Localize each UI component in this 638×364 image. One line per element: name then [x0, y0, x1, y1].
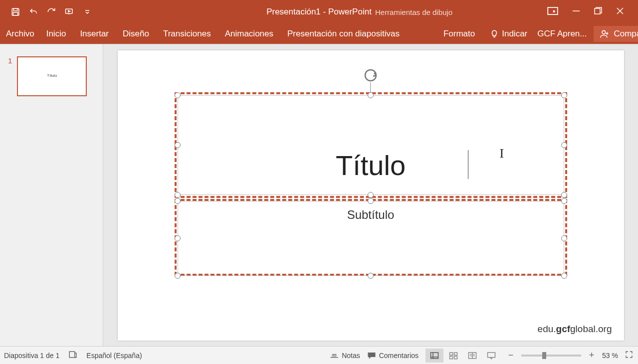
- resize-handle[interactable]: [368, 92, 374, 98]
- svg-rect-11: [454, 353, 457, 355]
- svg-rect-8: [70, 352, 75, 358]
- slide-canvas-area[interactable]: Título I Subtítulo edu.gcfglobal.org: [103, 44, 638, 346]
- svg-rect-2: [13, 12, 18, 15]
- contextual-tab-label: Herramientas de dibujo: [349, 8, 478, 16]
- undo-icon[interactable]: [29, 7, 38, 16]
- normal-view-button[interactable]: [425, 349, 443, 363]
- redo-icon[interactable]: [47, 7, 56, 16]
- share-button[interactable]: Compartir: [594, 26, 638, 42]
- resize-handle[interactable]: [175, 192, 181, 198]
- view-buttons: [425, 349, 500, 363]
- lightbulb-icon: [490, 29, 499, 38]
- tab-formato[interactable]: Formato: [431, 24, 487, 44]
- window-controls: [547, 7, 638, 17]
- qat-dropdown-icon[interactable]: [83, 7, 92, 16]
- workspace: 1 Título: [0, 44, 638, 346]
- svg-rect-15: [488, 353, 495, 358]
- text-cursor: [468, 150, 468, 179]
- svg-rect-10: [450, 353, 453, 355]
- tab-transiciones[interactable]: Transiciones: [157, 24, 217, 44]
- svg-rect-1: [13, 8, 17, 11]
- reading-view-button[interactable]: [463, 349, 481, 363]
- title-bar: Presentación1 - PowerPoint Herramientas …: [0, 0, 638, 24]
- comments-label: Comentarios: [379, 352, 419, 360]
- account-name[interactable]: GCF Apren...: [532, 29, 592, 39]
- resize-handle[interactable]: [175, 273, 181, 279]
- resize-handle[interactable]: [368, 273, 374, 279]
- svg-rect-12: [450, 356, 453, 359]
- svg-rect-9: [431, 353, 438, 359]
- resize-handle[interactable]: [368, 198, 374, 204]
- tab-animaciones[interactable]: Animaciones: [219, 24, 279, 44]
- notes-button[interactable]: Notas: [330, 352, 360, 360]
- zoom-in-button[interactable]: +: [588, 350, 595, 361]
- share-label: Compartir: [614, 29, 638, 39]
- subtitle-text[interactable]: Subtítulo: [178, 208, 564, 222]
- tab-inicio[interactable]: Inicio: [40, 24, 72, 44]
- watermark: edu.gcfglobal.org: [538, 324, 612, 335]
- comments-icon: [367, 352, 376, 360]
- window-title: Presentación1 - PowerPoint: [0, 7, 638, 17]
- tell-me-label: Indicar: [502, 29, 527, 39]
- fit-to-window-button[interactable]: [625, 351, 633, 360]
- resize-handle[interactable]: [561, 192, 567, 198]
- slide[interactable]: Título I Subtítulo edu.gcfglobal.org: [118, 50, 624, 341]
- slide-sorter-view-button[interactable]: [444, 349, 462, 363]
- status-bar: Diapositiva 1 de 1 Español (España) Nota…: [0, 346, 638, 364]
- close-icon[interactable]: [616, 7, 624, 17]
- maximize-icon[interactable]: [594, 7, 602, 17]
- zoom-slider[interactable]: [521, 355, 581, 357]
- thumbnail-preview[interactable]: Título: [17, 56, 87, 96]
- tab-insertar[interactable]: Insertar: [74, 24, 115, 44]
- ribbon-display-options-icon[interactable]: [547, 7, 558, 17]
- language-indicator[interactable]: Español (España): [86, 352, 142, 360]
- share-person-icon: [600, 29, 610, 39]
- title-text[interactable]: Título: [178, 149, 564, 182]
- svg-rect-13: [454, 356, 457, 359]
- zoom-slider-thumb[interactable]: [542, 352, 546, 359]
- title-placeholder[interactable]: Título I: [178, 95, 564, 195]
- thumbnail-item[interactable]: 1 Título: [0, 56, 103, 96]
- slide-counter[interactable]: Diapositiva 1 de 1: [4, 352, 59, 360]
- rotate-handle-icon[interactable]: [363, 67, 379, 83]
- resize-handle[interactable]: [175, 198, 181, 204]
- spellcheck-icon[interactable]: [68, 350, 77, 361]
- resize-handle[interactable]: [561, 142, 567, 148]
- svg-rect-5: [595, 8, 600, 14]
- thumbnail-title-text: Título: [18, 73, 86, 78]
- tab-presentacion[interactable]: Presentación con diapositivas: [281, 24, 406, 44]
- tell-me-search[interactable]: Indicar: [487, 29, 530, 39]
- tab-diseno[interactable]: Diseño: [117, 24, 155, 44]
- comments-button[interactable]: Comentarios: [367, 352, 419, 360]
- svg-point-6: [602, 30, 606, 34]
- resize-handle[interactable]: [368, 192, 374, 198]
- resize-handle[interactable]: [561, 273, 567, 279]
- resize-handle[interactable]: [175, 235, 181, 241]
- minimize-icon[interactable]: [572, 7, 580, 17]
- resize-handle[interactable]: [561, 198, 567, 204]
- start-from-beginning-icon[interactable]: [65, 7, 74, 16]
- resize-handle[interactable]: [175, 92, 181, 98]
- resize-handle[interactable]: [561, 235, 567, 241]
- save-icon[interactable]: [11, 7, 20, 16]
- notes-icon: [330, 352, 339, 359]
- subtitle-placeholder[interactable]: Subtítulo: [178, 201, 564, 276]
- resize-handle[interactable]: [175, 142, 181, 148]
- ribbon-tabs: Archivo Inicio Insertar Diseño Transicio…: [0, 24, 638, 44]
- zoom-out-button[interactable]: −: [507, 350, 514, 361]
- notes-label: Notas: [342, 352, 360, 360]
- slide-thumbnails-pane[interactable]: 1 Título: [0, 44, 103, 346]
- svg-rect-4: [548, 7, 558, 14]
- slideshow-view-button[interactable]: [482, 349, 500, 363]
- quick-access-toolbar: [0, 7, 92, 16]
- ibeam-cursor-icon: I: [500, 146, 504, 161]
- zoom-level[interactable]: 53 %: [602, 352, 618, 360]
- resize-handle[interactable]: [561, 92, 567, 98]
- thumbnail-number: 1: [8, 56, 12, 65]
- tab-archivo[interactable]: Archivo: [0, 24, 40, 44]
